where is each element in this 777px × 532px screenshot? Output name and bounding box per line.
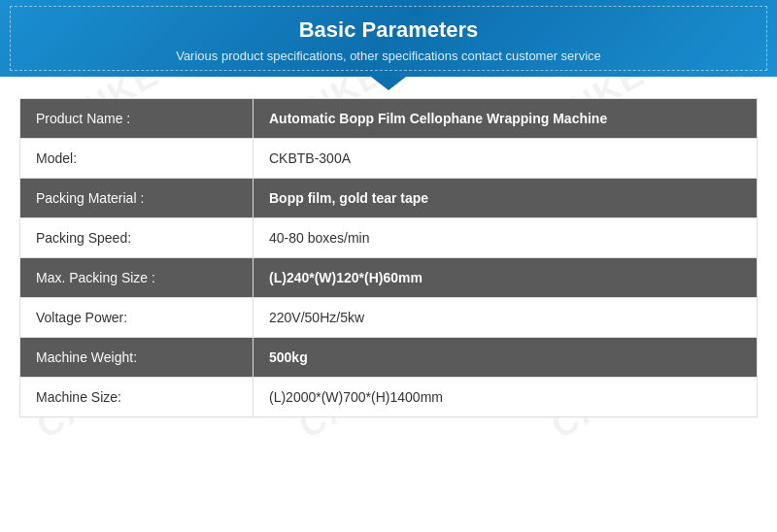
table-row-machine-weight: Machine Weight:500kg: [20, 338, 758, 378]
row-label-voltage-power: Voltage Power:: [20, 298, 253, 338]
table-row-product-name: Product Name :Automatic Bopp Film Cellop…: [20, 99, 758, 139]
header-subtitle: Various product specifications, other sp…: [19, 49, 758, 63]
row-value-voltage-power: 220V/50Hz/5kw: [253, 298, 758, 338]
row-value-max-packing-size: (L)240*(W)120*(H)60mm: [253, 258, 758, 298]
table-row-packing-material: Packing Material :Bopp film, gold tear t…: [20, 179, 758, 218]
table-row-machine-size: Machine Size:(L)2000*(W)700*(H)1400mm: [20, 378, 758, 417]
table-row-model: Model:CKBTB-300A: [20, 139, 758, 179]
row-label-machine-size: Machine Size:: [20, 378, 253, 417]
row-value-machine-weight: 500kg: [253, 338, 758, 378]
header: Basic Parameters Various product specifi…: [0, 0, 777, 77]
row-label-machine-weight: Machine Weight:: [20, 338, 253, 378]
table-wrapper: Product Name :Automatic Bopp Film Cellop…: [0, 98, 777, 427]
row-value-model: CKBTB-300A: [253, 139, 758, 179]
row-value-packing-material: Bopp film, gold tear tape: [253, 179, 758, 218]
row-label-max-packing-size: Max. Packing Size :: [20, 258, 253, 298]
row-label-product-name: Product Name :: [20, 99, 253, 139]
row-label-packing-speed: Packing Speed:: [20, 218, 253, 258]
row-label-packing-material: Packing Material :: [20, 179, 253, 218]
table-row-packing-speed: Packing Speed:40-80 boxes/min: [20, 218, 758, 258]
row-value-product-name: Automatic Bopp Film Cellophane Wrapping …: [253, 99, 758, 139]
header-arrow: [371, 77, 406, 90]
table-row-max-packing-size: Max. Packing Size :(L)240*(W)120*(H)60mm: [20, 258, 758, 298]
header-title: Basic Parameters: [19, 17, 758, 43]
params-table: Product Name :Automatic Bopp Film Cellop…: [19, 98, 758, 417]
row-value-packing-speed: 40-80 boxes/min: [253, 218, 758, 258]
row-label-model: Model:: [20, 139, 253, 179]
row-value-machine-size: (L)2000*(W)700*(H)1400mm: [253, 378, 758, 417]
page-wrapper: CANKEY CANKEY CANKEY CANKEY CANKEY CANKE…: [0, 0, 777, 532]
table-row-voltage-power: Voltage Power:220V/50Hz/5kw: [20, 298, 758, 338]
